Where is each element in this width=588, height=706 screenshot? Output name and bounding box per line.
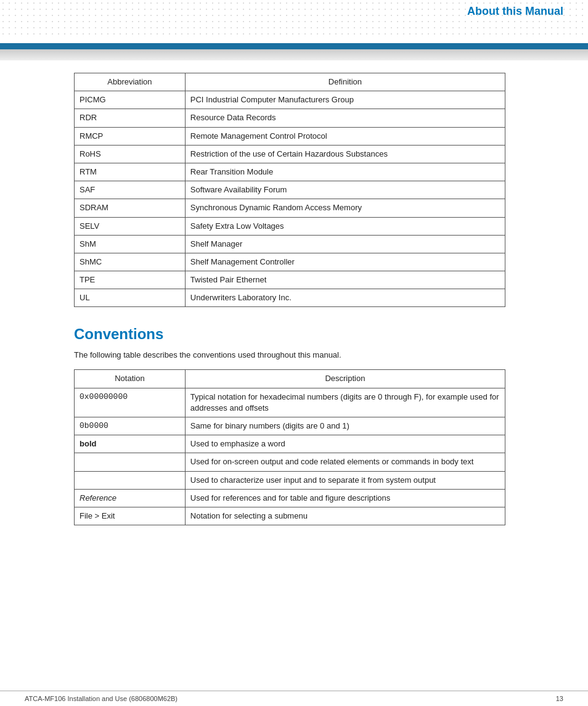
abbr-cell: SAF — [75, 181, 186, 199]
desc-cell: Typical notation for hexadecimal numbers… — [185, 388, 505, 417]
table-row: ShMShelf Manager — [75, 235, 505, 253]
notation-cell: Reference — [75, 489, 186, 507]
page-title: About this Manual — [467, 5, 563, 18]
def-cell: Safety Extra Low Voltages — [185, 217, 505, 235]
table-row: RTMRear Transition Module — [75, 163, 505, 181]
def-cell: Remote Management Control Protocol — [185, 127, 505, 145]
abbr-cell: UL — [75, 289, 186, 307]
notation-cell: File > Exit — [75, 507, 186, 525]
abbr-cell: RTM — [75, 163, 186, 181]
table-row: SELVSafety Extra Low Voltages — [75, 217, 505, 235]
notation-cell: 0b0000 — [75, 417, 186, 435]
table-row: ULUnderwriters Laboratory Inc. — [75, 289, 505, 307]
desc-cell: Used to emphasize a word — [185, 435, 505, 453]
table-row: Used to characterize user input and to s… — [75, 471, 505, 489]
notation-col-header: Notation — [75, 370, 186, 388]
main-content: Abbreviation Definition PICMGPCI Industr… — [0, 60, 588, 556]
table-row: ShMCShelf Management Controller — [75, 253, 505, 271]
table-row: 0b0000Same for binary numbers (digits ar… — [75, 417, 505, 435]
desc-cell: Same for binary numbers (digits are 0 an… — [185, 417, 505, 435]
header: About this Manual — [0, 0, 588, 43]
table-row: ReferenceUsed for references and for tab… — [75, 489, 505, 507]
def-cell: PCI Industrial Computer Manufacturers Gr… — [185, 91, 505, 109]
table-row: SAFSoftware Availability Forum — [75, 181, 505, 199]
def-cell: Shelf Management Controller — [185, 253, 505, 271]
abbr-cell: ShMC — [75, 253, 186, 271]
abbr-cell: SDRAM — [75, 199, 186, 217]
table-row: Used for on-screen output and code relat… — [75, 453, 505, 471]
abbr-cell: TPE — [75, 271, 186, 289]
def-cell: Rear Transition Module — [185, 163, 505, 181]
table-row: RoHSRestriction of the use of Certain Ha… — [75, 145, 505, 163]
abbr-cell: SELV — [75, 217, 186, 235]
desc-cell: Used for on-screen output and code relat… — [185, 453, 505, 471]
abbr-cell: RoHS — [75, 145, 186, 163]
notation-cell — [75, 453, 186, 471]
table-row: RMCPRemote Management Control Protocol — [75, 127, 505, 145]
abbr-cell: ShM — [75, 235, 186, 253]
desc-col-header: Description — [185, 370, 505, 388]
abbr-cell: PICMG — [75, 91, 186, 109]
table-row: TPETwisted Pair Ethernet — [75, 271, 505, 289]
def-cell: Underwriters Laboratory Inc. — [185, 289, 505, 307]
header-gray-bar — [0, 49, 588, 60]
table-row: RDRResource Data Records — [75, 109, 505, 127]
table-row: SDRAMSynchronous Dynamic Random Access M… — [75, 199, 505, 217]
table-row: PICMGPCI Industrial Computer Manufacture… — [75, 91, 505, 109]
notation-cell: bold — [75, 435, 186, 453]
desc-cell: Used to characterize user input and to s… — [185, 471, 505, 489]
def-cell: Resource Data Records — [185, 109, 505, 127]
def-cell: Synchronous Dynamic Random Access Memory — [185, 199, 505, 217]
footer-left: ATCA-MF106 Installation and Use (6806800… — [25, 695, 178, 702]
conventions-intro: The following table describes the conven… — [74, 350, 563, 359]
footer: ATCA-MF106 Installation and Use (6806800… — [0, 691, 588, 706]
notation-cell: 0x00000000 — [75, 388, 186, 417]
abbr-cell: RMCP — [75, 127, 186, 145]
footer-right: 13 — [556, 695, 563, 702]
def-col-header: Definition — [185, 73, 505, 91]
table-row: 0x00000000Typical notation for hexadecim… — [75, 388, 505, 417]
notation-cell — [75, 471, 186, 489]
desc-cell: Used for references and for table and fi… — [185, 489, 505, 507]
table-row: boldUsed to emphasize a word — [75, 435, 505, 453]
def-cell: Software Availability Forum — [185, 181, 505, 199]
table-row: File > ExitNotation for selecting a subm… — [75, 507, 505, 525]
def-cell: Twisted Pair Ethernet — [185, 271, 505, 289]
abbreviations-table: Abbreviation Definition PICMGPCI Industr… — [74, 73, 505, 307]
def-cell: Shelf Manager — [185, 235, 505, 253]
header-blue-bar — [0, 43, 588, 49]
abbr-cell: RDR — [75, 109, 186, 127]
conventions-table: Notation Description 0x00000000Typical n… — [74, 369, 505, 525]
abbr-col-header: Abbreviation — [75, 73, 186, 91]
def-cell: Restriction of the use of Certain Hazard… — [185, 145, 505, 163]
conventions-heading: Conventions — [74, 326, 563, 343]
desc-cell: Notation for selecting a submenu — [185, 507, 505, 525]
